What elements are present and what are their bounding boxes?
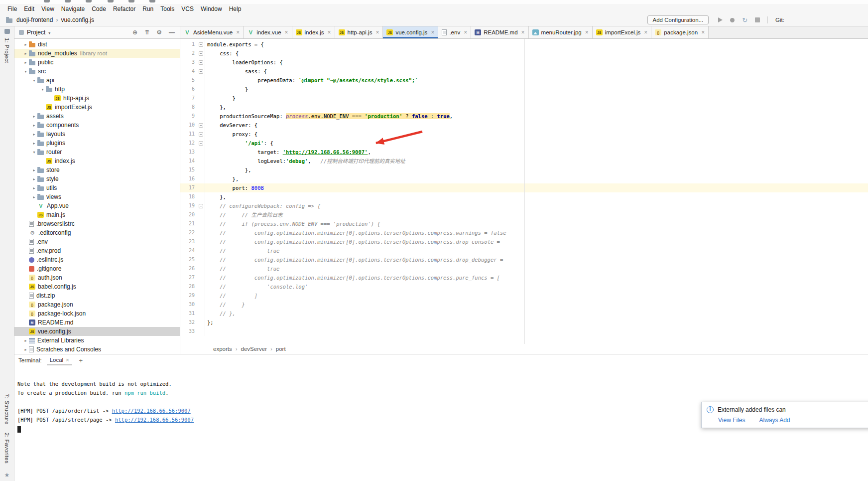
- chevron-down-icon[interactable]: ▾: [22, 69, 29, 74]
- terminal-link[interactable]: http://192.168.66.56:9007: [115, 417, 194, 423]
- line-number[interactable]: 1: [180, 40, 197, 49]
- breadcrumb-port[interactable]: port: [276, 346, 286, 352]
- refresh-icon[interactable]: ↻: [742, 17, 747, 23]
- tree-item-http-api.js[interactable]: JShttp-api.js: [14, 94, 180, 103]
- tree-item-babel.config.js[interactable]: JSbabel.config.js: [14, 282, 180, 291]
- git-label[interactable]: Git:: [775, 17, 784, 23]
- tree-item-assets[interactable]: ▸assets: [14, 112, 180, 121]
- project-panel-title[interactable]: Project: [27, 29, 45, 36]
- tab-.env[interactable]: .env×: [438, 26, 471, 38]
- line-number[interactable]: 15: [180, 165, 197, 174]
- chevron-down-icon[interactable]: ▾: [31, 78, 37, 83]
- tree-item-dist[interactable]: ▸dist: [14, 40, 180, 49]
- line-number[interactable]: 25: [180, 255, 197, 264]
- new-terminal-icon[interactable]: +: [77, 357, 85, 364]
- tree-item-index.js[interactable]: JSindex.js: [14, 157, 180, 165]
- code-editor[interactable]: 1−module.exports = {2− css: {3− loaderOp…: [180, 39, 868, 344]
- tree-item-layouts[interactable]: ▸layouts: [14, 130, 180, 139]
- tree-item-node_modules[interactable]: ▸node_moduleslibrary root: [14, 49, 180, 58]
- tree-item-External Libraries[interactable]: ▸External Libraries: [14, 336, 180, 345]
- menu-item-refactor[interactable]: Refactor: [110, 5, 139, 12]
- tree-item-utils[interactable]: ▸utils: [14, 183, 180, 192]
- tree-item-.editorconfig[interactable]: ⚙.editorconfig: [14, 228, 180, 237]
- close-tab-icon[interactable]: ×: [521, 29, 525, 36]
- breadcrumb-file[interactable]: vue.config.js: [61, 16, 94, 23]
- close-tab-icon[interactable]: ×: [431, 29, 434, 36]
- tab-index.js[interactable]: JSindex.js×: [292, 26, 335, 38]
- fold-icon[interactable]: −: [197, 67, 205, 76]
- tool-button-project[interactable]: 1: Project: [4, 38, 10, 63]
- line-number[interactable]: 16: [180, 174, 197, 183]
- fold-icon[interactable]: −: [197, 49, 205, 58]
- line-number[interactable]: 9: [180, 112, 197, 121]
- chevron-right-icon[interactable]: ▸: [31, 194, 37, 199]
- line-number[interactable]: 2: [180, 49, 197, 58]
- tab-importExcel.js[interactable]: JSimportExcel.js×: [593, 26, 652, 38]
- chevron-right-icon[interactable]: ▸: [31, 123, 37, 128]
- tree-item-store[interactable]: ▸store: [14, 165, 180, 174]
- collapse-all-icon[interactable]: ⇈: [144, 29, 149, 36]
- tree-item-.browserslistrc[interactable]: .browserslistrc: [14, 219, 180, 228]
- line-number[interactable]: 17: [180, 183, 197, 192]
- tree-item-dist.zip[interactable]: dist.zip: [14, 291, 180, 300]
- line-number[interactable]: 22: [180, 228, 197, 237]
- line-number[interactable]: 14: [180, 157, 197, 165]
- chevron-right-icon[interactable]: ▸: [22, 42, 29, 47]
- menu-item-tools[interactable]: Tools: [157, 5, 178, 12]
- settings-icon[interactable]: ⚙: [156, 29, 162, 36]
- tree-item-src[interactable]: ▾src: [14, 67, 180, 76]
- tree-item-http[interactable]: ▾http: [14, 85, 180, 94]
- line-number[interactable]: 10: [180, 121, 197, 130]
- project-stripe-icon[interactable]: [4, 29, 10, 34]
- line-number[interactable]: 7: [180, 94, 197, 103]
- tree-item-Scratches and Consoles[interactable]: ▸Scratches and Consoles: [14, 345, 180, 354]
- terminal-tab-local[interactable]: Local ×: [47, 355, 72, 365]
- chevron-down-icon[interactable]: ▾: [39, 87, 46, 92]
- close-tab-icon[interactable]: ×: [328, 29, 331, 36]
- tree-item-importExcel.js[interactable]: JSimportExcel.js: [14, 103, 180, 112]
- line-number[interactable]: 21: [180, 219, 197, 228]
- breadcrumb-devserver[interactable]: devServer: [241, 346, 267, 352]
- line-number[interactable]: 8: [180, 103, 197, 112]
- chevron-right-icon[interactable]: ▸: [22, 51, 29, 56]
- debug-icon[interactable]: [730, 18, 735, 22]
- tab-AsideMenu.vue[interactable]: VAsideMenu.vue×: [180, 26, 244, 38]
- tree-item-.gitignore[interactable]: .gitignore: [14, 264, 180, 273]
- chevron-down-icon[interactable]: ▾: [31, 150, 37, 155]
- close-terminal-icon[interactable]: ×: [66, 357, 69, 363]
- tool-button-favorites[interactable]: 2: Favorites: [4, 433, 10, 464]
- breadcrumb-exports[interactable]: exports: [213, 346, 232, 352]
- tree-item-style[interactable]: ▸style: [14, 174, 180, 183]
- line-number[interactable]: 18: [180, 192, 197, 201]
- tab-index.vue[interactable]: Vindex.vue×: [244, 26, 292, 38]
- tab-vue.config.js[interactable]: JSvue.config.js×: [383, 26, 438, 38]
- line-number[interactable]: 29: [180, 291, 197, 300]
- close-tab-icon[interactable]: ×: [285, 29, 288, 36]
- chevron-right-icon[interactable]: ▸: [22, 338, 29, 343]
- tree-item-api[interactable]: ▾api: [14, 76, 180, 85]
- always-add-link[interactable]: Always Add: [759, 417, 790, 424]
- tree-item-vue.config.js[interactable]: JSvue.config.js: [14, 327, 180, 336]
- hide-panel-icon[interactable]: —: [169, 29, 175, 36]
- tab-menuRouter.jpg[interactable]: menuRouter.jpg×: [529, 26, 593, 38]
- line-number[interactable]: 33: [180, 327, 197, 336]
- tree-item-main.js[interactable]: JSmain.js: [14, 210, 180, 219]
- chevron-right-icon[interactable]: ▸: [31, 141, 37, 146]
- add-configuration-button[interactable]: Add Configuration...: [647, 15, 709, 24]
- chevron-right-icon[interactable]: ▸: [31, 114, 37, 119]
- stop-icon[interactable]: [755, 17, 760, 22]
- line-number[interactable]: 20: [180, 210, 197, 219]
- chevron-right-icon[interactable]: ▸: [31, 167, 37, 172]
- tree-item-App.vue[interactable]: VApp.vue: [14, 201, 180, 210]
- close-tab-icon[interactable]: ×: [585, 29, 589, 36]
- chevron-right-icon[interactable]: ▸: [31, 176, 37, 181]
- chevron-right-icon[interactable]: ▸: [22, 347, 29, 352]
- tree-item-.env[interactable]: .env: [14, 237, 180, 246]
- tree-item-views[interactable]: ▸views: [14, 192, 180, 201]
- tree-item-package-lock.json[interactable]: {}package-lock.json: [14, 309, 180, 318]
- fold-icon[interactable]: −: [197, 130, 205, 139]
- tree-item-components[interactable]: ▸components: [14, 121, 180, 130]
- menu-item-file[interactable]: File: [4, 5, 20, 12]
- close-tab-icon[interactable]: ×: [375, 29, 379, 36]
- line-number[interactable]: 4: [180, 67, 197, 76]
